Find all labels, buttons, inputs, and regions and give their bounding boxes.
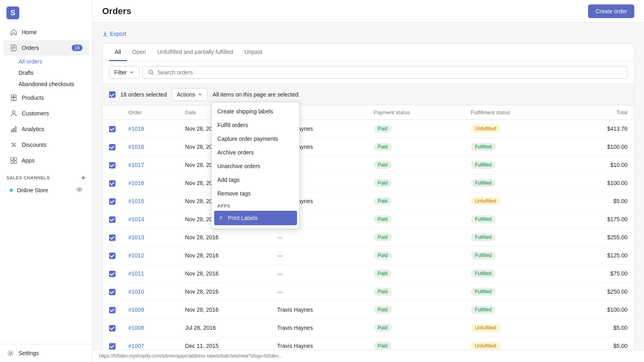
settings-item[interactable]: Settings bbox=[0, 344, 92, 362]
row-checkbox-cell bbox=[103, 228, 122, 247]
row-checkbox-8[interactable] bbox=[109, 271, 116, 277]
sidebar-item-analytics[interactable]: Analytics bbox=[3, 121, 89, 137]
row-checkbox-2[interactable] bbox=[109, 162, 116, 169]
online-store-visibility-icon[interactable] bbox=[76, 186, 83, 194]
order-link-3[interactable]: #1016 bbox=[128, 180, 144, 186]
order-link-11[interactable]: #1008 bbox=[128, 325, 144, 331]
svg-rect-4 bbox=[11, 97, 14, 101]
table-row: #1019 Nov 28, 2016 Travis Haynes Paid Un… bbox=[103, 120, 634, 138]
page-title: Orders bbox=[102, 6, 131, 16]
payment-badge-6: Paid bbox=[374, 233, 392, 241]
row-checkbox-6[interactable] bbox=[109, 234, 116, 241]
apps-section-header: APPS bbox=[212, 200, 299, 210]
col-total: Total bbox=[568, 105, 634, 120]
order-link-12[interactable]: #1007 bbox=[128, 343, 144, 349]
order-link-4[interactable]: #1015 bbox=[128, 198, 144, 204]
submenu-drafts[interactable]: Drafts bbox=[19, 67, 92, 78]
search-box bbox=[142, 66, 627, 79]
sidebar-item-discounts[interactable]: Discounts bbox=[3, 137, 89, 152]
submenu-abandoned[interactable]: Abandoned checkouts bbox=[19, 78, 92, 90]
tab-all[interactable]: All bbox=[109, 44, 127, 61]
row-checkbox-1[interactable] bbox=[109, 144, 116, 150]
action-remove-tags[interactable]: Remove tags bbox=[212, 187, 299, 200]
row-date: Jul 28, 2016 bbox=[179, 319, 271, 337]
table-row: #1014 Nov 28, 2016 — Paid Fulfilled $175… bbox=[103, 210, 634, 228]
order-link-7[interactable]: #1012 bbox=[128, 252, 144, 259]
row-checkbox-3[interactable] bbox=[109, 180, 116, 187]
svg-point-13 bbox=[14, 145, 16, 147]
row-fulfillment-status: Fulfilled bbox=[464, 210, 568, 228]
row-payment-status: Paid bbox=[367, 265, 464, 283]
sidebar-item-home[interactable]: Home bbox=[3, 25, 89, 40]
sidebar-item-products[interactable]: Products bbox=[3, 90, 89, 105]
order-link-6[interactable]: #1013 bbox=[128, 234, 144, 241]
row-checkbox-10[interactable] bbox=[109, 307, 116, 313]
export-button-label: Export bbox=[110, 31, 126, 37]
action-create-shipping[interactable]: Create shipping labels bbox=[212, 105, 299, 118]
main-content: Orders Create order Export All Open Unfu… bbox=[93, 0, 644, 362]
table-row: #1018 Nov 28, 2016 Travis Haynes Paid Fu… bbox=[103, 138, 634, 156]
order-link-10[interactable]: #1009 bbox=[128, 306, 144, 313]
actions-button[interactable]: Actions bbox=[171, 88, 208, 101]
row-customer: Travis Haynes bbox=[271, 301, 367, 319]
export-button[interactable]: Export bbox=[102, 31, 126, 37]
order-link-5[interactable]: #1014 bbox=[128, 216, 144, 222]
row-total: $100.00 bbox=[568, 301, 634, 319]
table-row: #1010 Nov 28, 2016 — Paid Fulfilled $250… bbox=[103, 283, 634, 301]
row-checkbox-7[interactable] bbox=[109, 253, 116, 259]
action-print-labels[interactable]: P Print Labels bbox=[214, 211, 297, 225]
order-link-9[interactable]: #1010 bbox=[128, 288, 144, 295]
order-link-2[interactable]: #1017 bbox=[128, 162, 144, 168]
add-sales-channel-button[interactable]: + bbox=[81, 174, 86, 181]
tab-unpaid[interactable]: Unpaid bbox=[239, 44, 268, 61]
sidebar-item-online-store[interactable]: Online Store bbox=[3, 183, 89, 197]
svg-point-19 bbox=[77, 188, 82, 191]
action-add-tags[interactable]: Add tags bbox=[212, 173, 299, 187]
filter-button[interactable]: Filter bbox=[109, 66, 139, 79]
fulfillment-badge-7: Fulfilled bbox=[471, 251, 495, 259]
row-total: $5.00 bbox=[568, 319, 634, 337]
sidebar-item-apps[interactable]: Apps bbox=[3, 153, 89, 168]
row-checkbox-0[interactable] bbox=[109, 126, 116, 132]
order-link-0[interactable]: #1019 bbox=[128, 125, 144, 132]
row-customer: Travis Haynes bbox=[271, 337, 367, 350]
row-checkbox-cell bbox=[103, 120, 122, 138]
svg-rect-6 bbox=[11, 95, 14, 97]
action-capture[interactable]: Capture order payments bbox=[212, 132, 299, 146]
select-all-checkbox[interactable] bbox=[109, 91, 116, 98]
actions-dropdown: Create shipping labels Fulfill orders Ca… bbox=[211, 102, 300, 229]
action-fulfill[interactable]: Fulfill orders bbox=[212, 118, 299, 132]
row-payment-status: Paid bbox=[367, 156, 464, 174]
settings-label: Settings bbox=[19, 350, 39, 356]
row-checkbox-9[interactable] bbox=[109, 289, 116, 295]
orders-badge: 18 bbox=[72, 45, 83, 51]
tab-open[interactable]: Open bbox=[127, 44, 152, 61]
filter-button-label: Filter bbox=[114, 69, 127, 76]
submenu-all-orders[interactable]: All orders bbox=[19, 56, 92, 67]
row-checkbox-11[interactable] bbox=[109, 325, 116, 331]
action-archive[interactable]: Archive orders bbox=[212, 146, 299, 159]
action-unarchive[interactable]: Unarchive orders bbox=[212, 159, 299, 173]
order-link-1[interactable]: #1018 bbox=[128, 144, 144, 150]
orders-tabs: All Open Unfulfilled and partially fulfi… bbox=[103, 44, 634, 61]
create-order-button[interactable]: Create order bbox=[588, 4, 634, 18]
table-row: #1017 Nov 28, 2016 — Paid Fulfilled $10.… bbox=[103, 156, 634, 174]
svg-point-8 bbox=[12, 111, 15, 113]
tab-unfulfilled[interactable]: Unfulfilled and partially fulfilled bbox=[152, 44, 239, 61]
row-checkbox-12[interactable] bbox=[109, 343, 116, 350]
sidebar-item-orders[interactable]: Orders 18 bbox=[3, 40, 89, 56]
search-input[interactable] bbox=[157, 69, 622, 76]
row-order-id: #1007 bbox=[122, 337, 179, 350]
row-order-id: #1015 bbox=[122, 192, 179, 210]
row-checkbox-4[interactable] bbox=[109, 198, 116, 205]
table-row: #1015 Nov 28, 2016 Travis Haynes Paid Un… bbox=[103, 192, 634, 210]
row-fulfillment-status: Unfulfilled bbox=[464, 192, 568, 210]
row-order-id: #1012 bbox=[122, 247, 179, 265]
apps-icon bbox=[10, 156, 18, 165]
logo-icon: S bbox=[6, 6, 19, 19]
row-checkbox-5[interactable] bbox=[109, 216, 116, 223]
svg-point-12 bbox=[12, 143, 14, 145]
row-total: $413.76 bbox=[568, 120, 634, 138]
order-link-8[interactable]: #1011 bbox=[128, 270, 144, 277]
sidebar-item-customers[interactable]: Customers bbox=[3, 106, 89, 121]
